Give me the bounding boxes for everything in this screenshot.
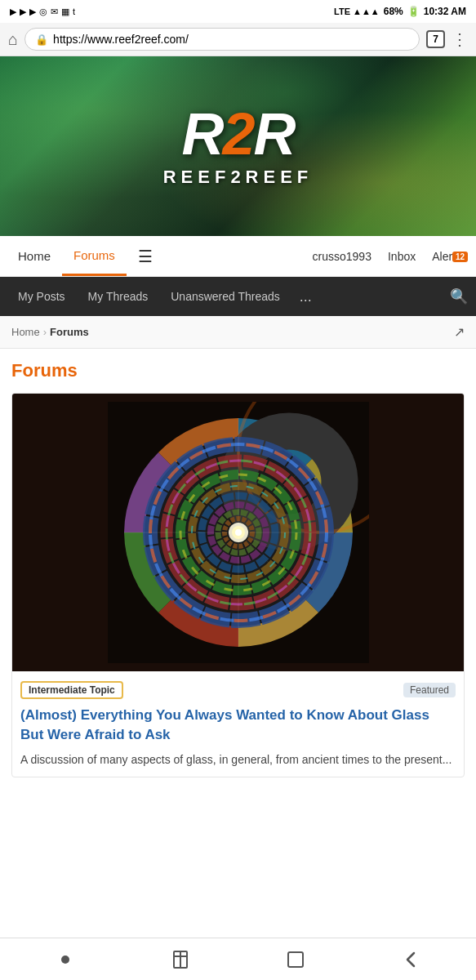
app-icon-2: ▶ <box>20 7 26 17</box>
battery-text: 68% <box>384 6 403 17</box>
spiral-svg <box>108 402 369 663</box>
battery-icon: 🔋 <box>407 6 420 17</box>
sub-nav-more[interactable]: ... <box>293 277 318 316</box>
nav-home[interactable]: Home <box>7 236 62 276</box>
address-bar[interactable]: 🔒 https://www.reef2reef.com/ <box>24 28 420 51</box>
tag-featured: Featured <box>403 683 456 697</box>
article-card: Intermediate Topic Featured (Almost) Eve… <box>11 393 465 777</box>
logo-2: 2 <box>222 101 253 167</box>
breadcrumb-action-icon[interactable]: ↗ <box>454 324 465 340</box>
article-title[interactable]: (Almost) Everything You Always Wanted to… <box>20 706 456 745</box>
app-icon-6: ▦ <box>61 7 69 17</box>
nav-right: crusso1993 Inbox Alerts 12 <box>305 250 469 263</box>
sub-nav-my-posts[interactable]: My Posts <box>8 277 75 316</box>
hamburger-icon[interactable]: ☰ <box>127 247 164 266</box>
status-icons: ▶ ▶ ▶ ◎ ✉ ▦ t <box>10 7 75 17</box>
article-image <box>12 394 464 671</box>
article-excerpt: A discussion of many aspects of glass, i… <box>20 751 456 768</box>
article-tags: Intermediate Topic Featured <box>20 681 456 699</box>
nav-forums[interactable]: Forums <box>62 236 127 276</box>
main-nav: Home Forums ☰ crusso1993 Inbox Alerts 12 <box>0 236 476 277</box>
url-text: https://www.reef2reef.com/ <box>53 33 189 46</box>
browser-more-icon[interactable]: ⋮ <box>452 29 468 49</box>
site-banner: R2R REEF2REEF <box>0 56 476 236</box>
nav-inbox[interactable]: Inbox <box>380 250 424 263</box>
breadcrumb-forums[interactable]: Forums <box>50 326 89 338</box>
breadcrumb: Home › Forums ↗ <box>0 316 476 349</box>
logo-subtitle: REEF2REEF <box>163 167 314 188</box>
time: 10:32 AM <box>424 6 466 17</box>
browser-chrome: ⌂ 🔒 https://www.reef2reef.com/ 7 ⋮ <box>0 23 476 56</box>
logo-text: R2R <box>163 105 314 163</box>
app-icon-4: ◎ <box>39 7 47 17</box>
browser-home-icon[interactable]: ⌂ <box>8 30 18 49</box>
page-title: Forums <box>11 360 465 381</box>
main-content: Forums <box>0 349 476 777</box>
status-right: LTE ▲▲▲ 68% 🔋 10:32 AM <box>334 6 466 17</box>
app-icon-1: ▶ <box>10 7 16 17</box>
logo-r1: R <box>181 101 222 167</box>
signal-icon: LTE ▲▲▲ <box>334 7 380 16</box>
app-icon-5: ✉ <box>51 7 58 17</box>
tag-intermediate[interactable]: Intermediate Topic <box>20 681 123 699</box>
sub-nav-unanswered[interactable]: Unanswered Threads <box>161 277 290 316</box>
site-logo: R2R REEF2REEF <box>163 105 314 188</box>
nav-user[interactable]: crusso1993 <box>305 250 380 263</box>
breadcrumb-separator: › <box>43 326 47 338</box>
app-icon-3: ▶ <box>29 7 36 17</box>
logo-r2: R <box>254 101 295 167</box>
breadcrumb-home[interactable]: Home <box>11 326 40 338</box>
status-bar: ▶ ▶ ▶ ◎ ✉ ▦ t LTE ▲▲▲ 68% 🔋 10:32 AM <box>0 0 476 23</box>
tab-count[interactable]: 7 <box>426 30 445 48</box>
article-body: Intermediate Topic Featured (Almost) Eve… <box>12 671 464 777</box>
app-icon-7: t <box>73 7 75 16</box>
sub-nav-my-threads[interactable]: My Threads <box>78 277 158 316</box>
alerts-badge: 12 <box>452 252 468 262</box>
sub-nav: My Posts My Threads Unanswered Threads .… <box>0 277 476 316</box>
nav-alerts[interactable]: Alerts 12 <box>424 250 469 263</box>
sub-nav-search-icon[interactable]: 🔍 <box>450 287 468 305</box>
lock-icon: 🔒 <box>35 33 48 46</box>
